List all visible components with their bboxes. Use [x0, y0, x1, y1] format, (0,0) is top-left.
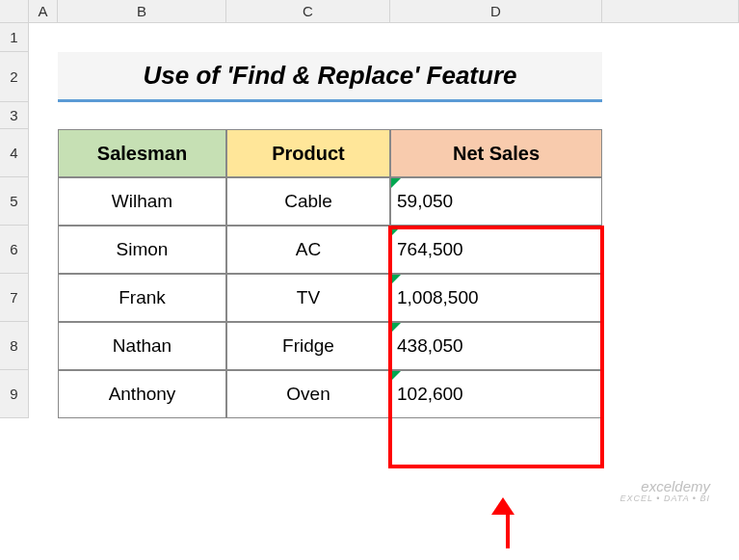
header-salesman[interactable]: Salesman — [58, 129, 226, 177]
row-header-6[interactable]: 6 — [0, 226, 29, 274]
cell-product[interactable]: TV — [226, 274, 390, 322]
col-header-c[interactable]: C — [226, 0, 390, 23]
cell-salesman[interactable]: Wilham — [58, 177, 226, 226]
cell-product[interactable]: Cable — [226, 177, 390, 226]
cell-salesman[interactable]: Anthony — [58, 370, 226, 418]
cell-netsales[interactable]: 764,500 — [390, 226, 602, 274]
arrow-annotation — [501, 497, 515, 548]
cell-netsales[interactable]: 102,600 — [390, 370, 602, 418]
arrow-up-icon — [491, 497, 515, 515]
col-header-extra — [602, 0, 739, 23]
cell-salesman[interactable]: Frank — [58, 274, 226, 322]
row-header-8[interactable]: 8 — [0, 322, 29, 370]
select-all-corner[interactable] — [0, 0, 29, 23]
cell-netsales[interactable]: 438,050 — [390, 322, 602, 370]
col-header-a[interactable]: A — [29, 0, 58, 23]
cell-product[interactable]: AC — [226, 226, 390, 274]
row-header-2[interactable]: 2 — [0, 52, 29, 102]
cell-product[interactable]: Oven — [226, 370, 390, 418]
cell-salesman[interactable]: Simon — [58, 226, 226, 274]
page-title: Use of 'Find & Replace' Feature — [58, 52, 602, 102]
row-header-5[interactable]: 5 — [0, 177, 29, 226]
col-header-d[interactable]: D — [390, 0, 602, 23]
col-header-b[interactable]: B — [58, 0, 226, 23]
row-header-9[interactable]: 9 — [0, 370, 29, 418]
watermark: exceldemy EXCEL • DATA • BI — [620, 479, 711, 504]
spreadsheet-grid: A B C D 1 2 3 4 5 6 7 8 9 Use of 'Find &… — [0, 0, 739, 418]
cell-salesman[interactable]: Nathan — [58, 322, 226, 370]
row-header-1[interactable]: 1 — [0, 23, 29, 52]
row-header-4[interactable]: 4 — [0, 129, 29, 177]
cell-product[interactable]: Fridge — [226, 322, 390, 370]
cell-netsales[interactable]: 59,050 — [390, 177, 602, 226]
watermark-sub: EXCEL • DATA • BI — [620, 494, 711, 504]
arrow-line — [506, 515, 510, 548]
row-header-7[interactable]: 7 — [0, 274, 29, 322]
watermark-main: exceldemy — [620, 479, 711, 495]
header-netsales[interactable]: Net Sales — [390, 129, 602, 177]
cell-netsales[interactable]: 1,008,500 — [390, 274, 602, 322]
row-header-3[interactable]: 3 — [0, 102, 29, 129]
header-product[interactable]: Product — [226, 129, 390, 177]
